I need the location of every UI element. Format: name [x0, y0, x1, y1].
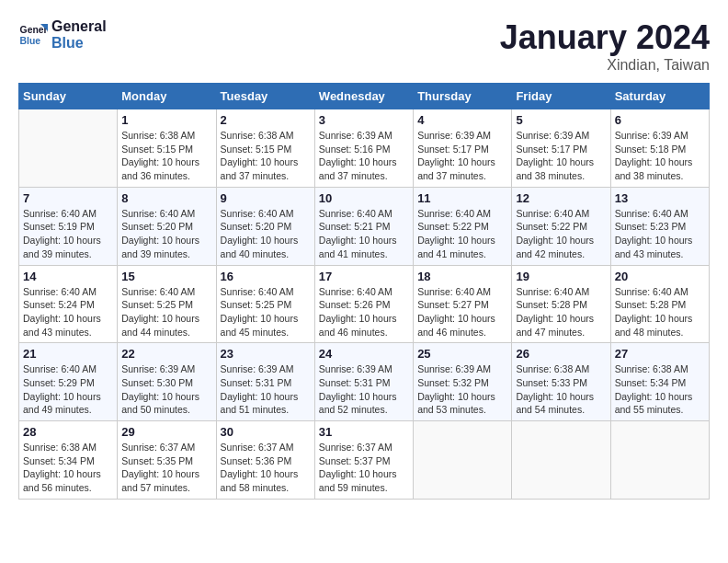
calendar-cell: 30 Sunrise: 6:37 AM Sunset: 5:36 PM Dayl… [216, 421, 314, 500]
sunset-time: Sunset: 5:21 PM [319, 221, 391, 232]
header-thursday: Thursday [414, 84, 512, 109]
calendar-cell: 8 Sunrise: 6:40 AM Sunset: 5:20 PM Dayli… [118, 187, 216, 265]
header-friday: Friday [512, 84, 610, 109]
sunset-time: Sunset: 5:18 PM [615, 144, 687, 155]
daylight-hours: Daylight: 10 hours and 41 minutes. [417, 235, 495, 259]
day-info: Sunrise: 6:39 AM Sunset: 5:30 PM Dayligh… [121, 362, 211, 417]
day-number: 5 [516, 113, 606, 127]
day-info: Sunrise: 6:38 AM Sunset: 5:15 PM Dayligh… [221, 129, 311, 183]
day-info: Sunrise: 6:39 AM Sunset: 5:31 PM Dayligh… [221, 362, 311, 417]
sunrise-time: Sunrise: 6:40 AM [516, 208, 589, 219]
day-info: Sunrise: 6:40 AM Sunset: 5:19 PM Dayligh… [23, 207, 113, 261]
sunrise-time: Sunrise: 6:40 AM [23, 286, 97, 297]
daylight-hours: Daylight: 10 hours and 58 minutes. [221, 468, 299, 493]
day-info: Sunrise: 6:40 AM Sunset: 5:24 PM Dayligh… [23, 285, 113, 339]
calendar-week-1: 1 Sunrise: 6:38 AM Sunset: 5:15 PM Dayli… [19, 109, 710, 188]
calendar-cell: 14 Sunrise: 6:40 AM Sunset: 5:24 PM Dayl… [19, 265, 118, 343]
sunrise-time: Sunrise: 6:37 AM [121, 442, 195, 453]
calendar-cell: 17 Sunrise: 6:40 AM Sunset: 5:26 PM Dayl… [314, 265, 413, 343]
daylight-hours: Daylight: 10 hours and 57 minutes. [121, 468, 199, 493]
sunrise-time: Sunrise: 6:40 AM [121, 208, 195, 219]
calendar-cell [414, 421, 512, 500]
day-info: Sunrise: 6:39 AM Sunset: 5:31 PM Dayligh… [319, 362, 409, 417]
calendar-cell: 31 Sunrise: 6:37 AM Sunset: 5:37 PM Dayl… [314, 421, 413, 500]
header-saturday: Saturday [610, 84, 709, 109]
calendar-cell: 10 Sunrise: 6:40 AM Sunset: 5:21 PM Dayl… [314, 187, 413, 265]
sunset-time: Sunset: 5:20 PM [221, 221, 292, 232]
calendar-cell: 28 Sunrise: 6:38 AM Sunset: 5:34 PM Dayl… [19, 421, 118, 500]
daylight-hours: Daylight: 10 hours and 52 minutes. [319, 391, 397, 416]
logo: General Blue General Blue [18, 18, 107, 51]
calendar-cell: 25 Sunrise: 6:39 AM Sunset: 5:32 PM Dayl… [414, 343, 512, 421]
day-info: Sunrise: 6:39 AM Sunset: 5:16 PM Dayligh… [319, 129, 409, 183]
calendar-cell: 2 Sunrise: 6:38 AM Sunset: 5:15 PM Dayli… [216, 109, 314, 188]
calendar-week-5: 28 Sunrise: 6:38 AM Sunset: 5:34 PM Dayl… [19, 421, 710, 500]
daylight-hours: Daylight: 10 hours and 49 minutes. [23, 391, 101, 416]
calendar-cell: 20 Sunrise: 6:40 AM Sunset: 5:28 PM Dayl… [610, 265, 709, 343]
day-info: Sunrise: 6:38 AM Sunset: 5:15 PM Dayligh… [121, 129, 211, 183]
day-info: Sunrise: 6:40 AM Sunset: 5:29 PM Dayligh… [23, 362, 113, 417]
sunrise-time: Sunrise: 6:40 AM [417, 208, 491, 219]
day-info: Sunrise: 6:40 AM Sunset: 5:28 PM Dayligh… [615, 285, 705, 339]
sunset-time: Sunset: 5:25 PM [221, 299, 292, 310]
day-info: Sunrise: 6:38 AM Sunset: 5:34 PM Dayligh… [615, 362, 705, 417]
calendar-week-3: 14 Sunrise: 6:40 AM Sunset: 5:24 PM Dayl… [19, 265, 710, 343]
calendar-cell: 29 Sunrise: 6:37 AM Sunset: 5:35 PM Dayl… [118, 421, 216, 500]
sunrise-time: Sunrise: 6:39 AM [417, 363, 491, 374]
sunset-time: Sunset: 5:20 PM [121, 221, 193, 232]
day-info: Sunrise: 6:40 AM Sunset: 5:23 PM Dayligh… [615, 207, 705, 261]
day-number: 17 [319, 270, 409, 283]
calendar-week-2: 7 Sunrise: 6:40 AM Sunset: 5:19 PM Dayli… [19, 187, 710, 265]
day-number: 1 [121, 113, 211, 127]
sunrise-time: Sunrise: 6:39 AM [417, 130, 491, 141]
day-number: 13 [615, 191, 705, 205]
daylight-hours: Daylight: 10 hours and 46 minutes. [319, 313, 397, 338]
sunrise-time: Sunrise: 6:39 AM [615, 130, 688, 141]
day-info: Sunrise: 6:40 AM Sunset: 5:20 PM Dayligh… [121, 207, 211, 261]
weekday-header-row: Sunday Monday Tuesday Wednesday Thursday… [19, 84, 710, 109]
sunset-time: Sunset: 5:31 PM [319, 377, 391, 388]
logo-general: General [51, 18, 107, 35]
day-info: Sunrise: 6:40 AM Sunset: 5:28 PM Dayligh… [516, 285, 606, 339]
calendar-cell [610, 421, 709, 500]
sunset-time: Sunset: 5:22 PM [417, 221, 489, 232]
sunset-time: Sunset: 5:15 PM [221, 144, 292, 155]
daylight-hours: Daylight: 10 hours and 50 minutes. [121, 391, 199, 416]
day-info: Sunrise: 6:37 AM Sunset: 5:35 PM Dayligh… [121, 441, 211, 495]
sunset-time: Sunset: 5:24 PM [23, 299, 95, 310]
day-number: 8 [121, 191, 211, 205]
day-number: 16 [221, 270, 311, 283]
day-info: Sunrise: 6:40 AM Sunset: 5:22 PM Dayligh… [417, 207, 507, 261]
day-number: 25 [417, 347, 507, 361]
calendar-cell [512, 421, 610, 500]
day-info: Sunrise: 6:40 AM Sunset: 5:27 PM Dayligh… [417, 285, 507, 339]
sunset-time: Sunset: 5:32 PM [417, 377, 489, 388]
daylight-hours: Daylight: 10 hours and 41 minutes. [319, 235, 397, 259]
calendar-cell: 19 Sunrise: 6:40 AM Sunset: 5:28 PM Dayl… [512, 265, 610, 343]
sunrise-time: Sunrise: 6:38 AM [516, 363, 589, 374]
logo-icon: General Blue [18, 20, 48, 50]
sunset-time: Sunset: 5:17 PM [516, 144, 587, 155]
sunset-time: Sunset: 5:26 PM [319, 299, 391, 310]
daylight-hours: Daylight: 10 hours and 37 minutes. [417, 156, 495, 181]
day-info: Sunrise: 6:37 AM Sunset: 5:37 PM Dayligh… [319, 441, 409, 495]
month-title: January 2024 [500, 18, 710, 57]
sunset-time: Sunset: 5:33 PM [516, 377, 587, 388]
day-number: 14 [23, 270, 113, 283]
day-number: 12 [516, 191, 606, 205]
sunset-time: Sunset: 5:34 PM [615, 377, 687, 388]
sunrise-time: Sunrise: 6:38 AM [221, 130, 294, 141]
day-info: Sunrise: 6:40 AM Sunset: 5:22 PM Dayligh… [516, 207, 606, 261]
sunrise-time: Sunrise: 6:38 AM [121, 130, 195, 141]
day-number: 27 [615, 347, 705, 361]
sunset-time: Sunset: 5:36 PM [221, 455, 292, 466]
sunrise-time: Sunrise: 6:40 AM [319, 208, 392, 219]
calendar-cell: 26 Sunrise: 6:38 AM Sunset: 5:33 PM Dayl… [512, 343, 610, 421]
logo-blue: Blue [51, 35, 107, 52]
sunset-time: Sunset: 5:23 PM [615, 221, 687, 232]
sunrise-time: Sunrise: 6:38 AM [23, 442, 97, 453]
sunset-time: Sunset: 5:19 PM [23, 221, 95, 232]
day-number: 15 [121, 270, 211, 283]
daylight-hours: Daylight: 10 hours and 53 minutes. [417, 391, 495, 416]
calendar-cell: 18 Sunrise: 6:40 AM Sunset: 5:27 PM Dayl… [414, 265, 512, 343]
